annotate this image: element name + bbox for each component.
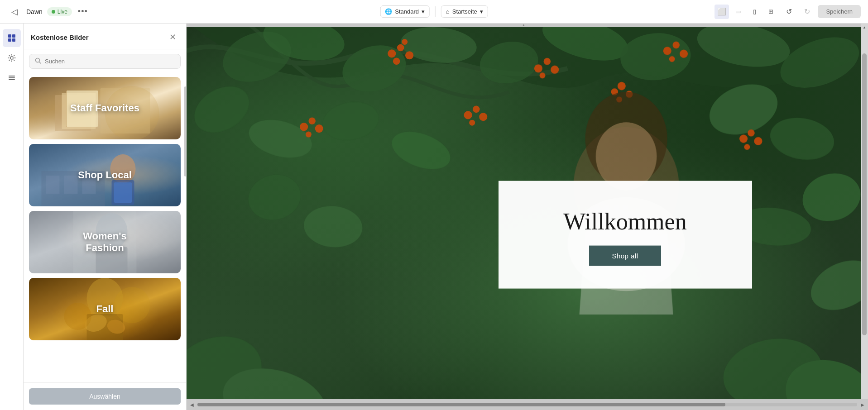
panel-close-button[interactable]: ✕ [166,31,179,43]
scroll-right-bar[interactable]: ▲ [861,24,868,399]
scroll-right-thumb [862,53,867,335]
select-button[interactable]: Auswählen [29,388,181,405]
desktop-icon-button[interactable]: ⬜ [715,5,729,19]
undo-icon: ↺ [786,7,792,16]
device-dropdown[interactable]: 🌐 Standard ▾ [380,5,430,18]
search-input[interactable] [45,58,175,65]
page-canvas: Willkommen Shop all [187,27,861,399]
svg-point-4 [10,57,13,59]
svg-point-68 [306,132,312,138]
main-layout: Kostenlose Bilder ✕ [0,24,868,410]
blocks-icon [7,33,16,43]
welcome-title: Willkommen [563,208,686,235]
card-label-fall: Fall [96,303,114,315]
panel-title: Kostenlose Bilder [31,33,89,41]
home-label: Startseite [452,8,477,15]
svg-rect-20 [46,176,60,194]
svg-point-56 [402,39,408,45]
svg-line-9 [39,62,41,64]
icon-bar [0,24,24,410]
live-dot [52,10,55,14]
svg-point-42 [245,114,316,164]
svg-point-31 [114,287,150,323]
svg-point-55 [393,58,400,65]
svg-point-58 [544,58,551,65]
svg-point-76 [469,120,475,126]
list-item[interactable]: Shop Local [29,144,181,206]
list-item[interactable]: Women's Fashion [29,211,181,273]
scroll-horizontal-thumb [197,403,725,406]
apps-icon-button[interactable]: ⊞ [763,5,778,19]
save-button[interactable]: Speichern [818,5,861,18]
search-box [24,49,186,73]
tablet-icon-button[interactable]: ▭ [731,5,745,19]
scroll-top-arrow: ▲ [522,24,526,27]
redo-icon: ↻ [804,7,810,16]
list-item[interactable]: Fall [29,278,181,340]
svg-point-59 [551,66,559,74]
scroll-bottom-bar[interactable]: ◀ ▶ [187,399,868,410]
home-dropdown[interactable]: ⌂ Startseite ▾ [441,5,488,18]
app-name: Dawn [26,8,43,15]
globe-icon: 🌐 [385,8,392,15]
svg-rect-2 [8,38,11,42]
more-icon: ••• [78,7,88,16]
scroll-horizontal-track [197,403,857,406]
svg-point-49 [797,167,861,228]
shop-all-button[interactable]: Shop all [589,246,661,266]
svg-point-62 [672,42,680,49]
svg-point-61 [663,47,671,55]
panel-header: Kostenlose Bilder ✕ [24,24,186,49]
svg-point-75 [479,113,487,121]
svg-rect-21 [64,176,78,194]
svg-point-78 [618,82,626,90]
mobile-icon-button[interactable]: ▯ [747,5,762,19]
svg-point-45 [243,169,306,225]
svg-rect-6 [9,77,15,78]
live-badge: Live [47,7,72,16]
blocks-button[interactable] [3,29,21,47]
settings-button[interactable] [3,49,21,67]
back-button[interactable]: ◁ [7,5,22,19]
topbar: ◁ Dawn Live ••• 🌐 Standard ▾ ⌂ Startseit… [0,0,868,24]
svg-rect-0 [8,34,11,38]
svg-point-87 [596,122,657,190]
svg-point-54 [405,52,413,60]
layers-button[interactable] [3,69,21,87]
more-button[interactable]: ••• [77,5,89,18]
apps-icon: ⊞ [768,8,773,15]
svg-point-63 [680,50,688,58]
topbar-right: ⬜ ▭ ▯ ⊞ ↺ ↻ Speichern [715,5,861,19]
svg-rect-1 [12,34,15,38]
panel-scrollbar-thumb [184,86,186,176]
panel: Kostenlose Bilder ✕ [24,24,187,410]
list-item[interactable]: Staff Favorites [29,77,181,139]
svg-point-41 [187,77,257,142]
canvas-area: ▲ ▲ ◀ ▶ [187,24,868,410]
scroll-top-bar: ▲ [187,24,861,27]
undo-button[interactable]: ↺ [782,5,796,19]
settings-icon [7,53,16,62]
search-icon [35,57,41,65]
svg-point-74 [473,106,480,113]
svg-point-65 [300,123,308,131]
svg-rect-7 [9,79,15,80]
svg-point-73 [464,111,472,119]
svg-point-72 [744,144,750,150]
live-label: Live [58,9,67,15]
svg-point-67 [315,124,323,133]
layers-icon [7,73,16,82]
panel-scrollbar [184,51,186,410]
svg-point-43 [320,98,382,144]
svg-point-46 [302,204,364,250]
svg-rect-3 [12,38,15,42]
redo-button[interactable]: ↻ [800,5,814,19]
welcome-overlay: Willkommen Shop all [499,181,752,289]
scroll-right-bottom-arrow: ▶ [861,402,864,407]
home-chevron-icon: ▾ [480,8,483,15]
card-label-womens-fashion: Women's Fashion [83,230,127,254]
home-icon: ⌂ [446,8,450,15]
svg-point-53 [397,44,404,52]
svg-rect-5 [9,76,15,76]
card-label-staff-favorites: Staff Favorites [70,102,139,114]
